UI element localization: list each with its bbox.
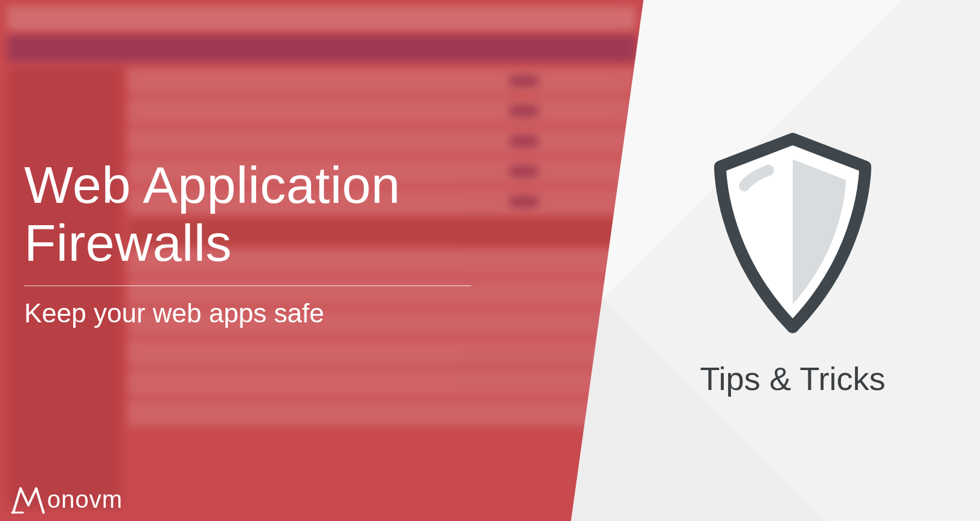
brand-mark-icon (11, 484, 46, 515)
headline-line2: Firewalls (24, 214, 232, 272)
headline-divider (24, 286, 471, 286)
promo-banner: Web Application Firewalls Keep your web … (0, 0, 980, 521)
right-column: Tips & Tricks (605, 0, 980, 521)
headline-title: Web Application Firewalls (24, 156, 483, 272)
headline-subtitle: Keep your web apps safe (24, 298, 483, 328)
brand-name: onovm (47, 486, 123, 513)
brand-logo: onovm (11, 484, 123, 515)
headline-block: Web Application Firewalls Keep your web … (24, 156, 483, 328)
tips-and-tricks-label: Tips & Tricks (700, 360, 885, 397)
shield-icon (696, 124, 889, 342)
headline-line1: Web Application (24, 156, 401, 214)
